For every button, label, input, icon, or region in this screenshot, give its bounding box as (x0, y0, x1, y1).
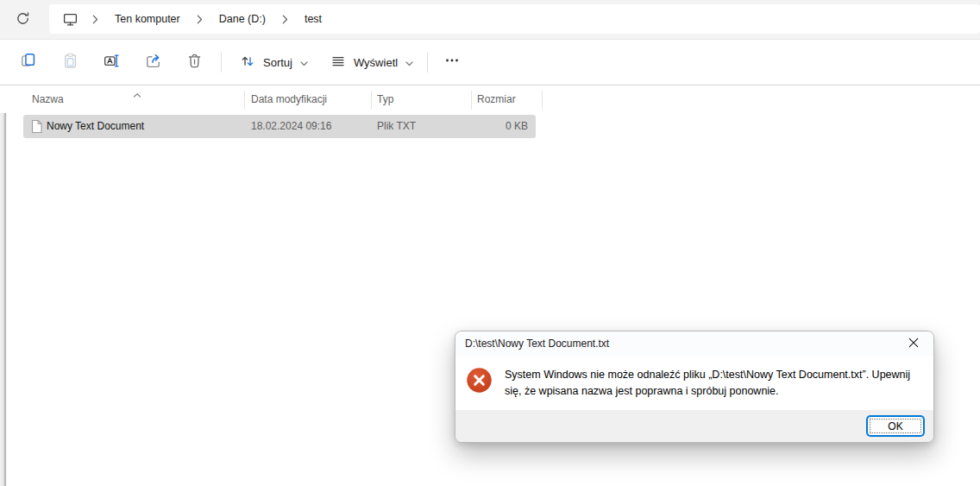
error-dialog: D:\test\Nowy Text Document.txt System Wi… (455, 331, 934, 443)
share-icon (145, 53, 161, 73)
copy-button[interactable] (13, 47, 44, 78)
toolbar-divider (221, 52, 222, 73)
file-name: Nowy Text Document (47, 115, 144, 138)
file-size: 0 KB (506, 115, 528, 138)
copy-icon (21, 53, 37, 73)
monitor-icon (60, 9, 81, 29)
column-separator[interactable] (542, 91, 543, 110)
dialog-title-bar[interactable]: D:\test\Nowy Text Document.txt (455, 331, 933, 356)
paste-icon (62, 53, 79, 73)
breadcrumb-item-this-pc[interactable]: Ten komputer (110, 9, 185, 28)
column-header-type[interactable]: Typ (377, 93, 393, 105)
sort-ascending-icon (132, 86, 142, 102)
command-toolbar: Sortuj Wyświetl (0, 40, 980, 85)
toolbar-divider (427, 52, 428, 73)
dialog-title: D:\test\Nowy Text Document.txt (465, 338, 609, 350)
share-button[interactable] (137, 47, 168, 78)
more-options-button[interactable] (437, 47, 468, 78)
breadcrumb-item-drive-d[interactable]: Dane (D:) (214, 9, 271, 28)
file-row-selected[interactable]: Nowy Text Document 18.02.2024 09:16 Plik… (23, 115, 536, 138)
dialog-close-button[interactable] (900, 334, 927, 353)
error-circle-x-icon (467, 368, 492, 401)
file-modified: 18.02.2024 09:16 (251, 115, 331, 138)
column-header-name[interactable]: Nazwa (32, 93, 64, 105)
navigation-bar: Ten komputer Dane (D:) test (0, 0, 980, 40)
text-file-icon (30, 119, 43, 137)
view-menu-label: Wyświetl (354, 56, 398, 69)
delete-button[interactable] (179, 47, 210, 78)
column-separator[interactable] (371, 91, 372, 110)
column-header-size[interactable]: Rozmiar (477, 93, 516, 105)
file-type: Plik TXT (377, 115, 416, 138)
sort-menu-button[interactable]: Sortuj (230, 47, 317, 78)
address-bar[interactable]: Ten komputer Dane (D:) test (49, 4, 980, 34)
dialog-message: System Windows nie może odnaleźć pliku „… (505, 367, 918, 401)
chevron-right-icon[interactable] (197, 15, 203, 24)
chevron-right-icon[interactable] (92, 15, 98, 24)
dialog-body: System Windows nie może odnaleźć pliku „… (455, 356, 933, 401)
ellipsis-icon (444, 53, 460, 72)
rename-icon (104, 53, 120, 73)
column-separator[interactable] (471, 91, 472, 110)
close-icon (908, 336, 919, 351)
paste-button (54, 47, 85, 78)
column-header-modified[interactable]: Data modyfikacji (251, 93, 327, 105)
list-lines-icon (330, 54, 346, 72)
sort-arrows-icon (240, 54, 255, 72)
file-list-header: Nazwa Data modyfikacji Typ Rozmiar (0, 86, 980, 113)
refresh-button[interactable] (11, 9, 34, 31)
dialog-footer: OK (455, 410, 933, 442)
chevron-down-icon (405, 56, 413, 69)
column-separator[interactable] (244, 91, 245, 110)
pane-splitter[interactable] (0, 86, 7, 486)
rename-button[interactable] (96, 47, 127, 78)
chevron-right-icon[interactable] (282, 15, 288, 24)
breadcrumb-item-test[interactable]: test (299, 9, 327, 28)
refresh-icon (16, 11, 30, 29)
ok-button[interactable]: OK (867, 416, 924, 436)
chevron-down-icon (300, 56, 308, 69)
sort-menu-label: Sortuj (263, 56, 292, 69)
trash-icon (186, 53, 203, 73)
file-explorer-window: Ten komputer Dane (D:) test (0, 0, 980, 486)
view-menu-button[interactable]: Wyświetl (321, 47, 423, 78)
